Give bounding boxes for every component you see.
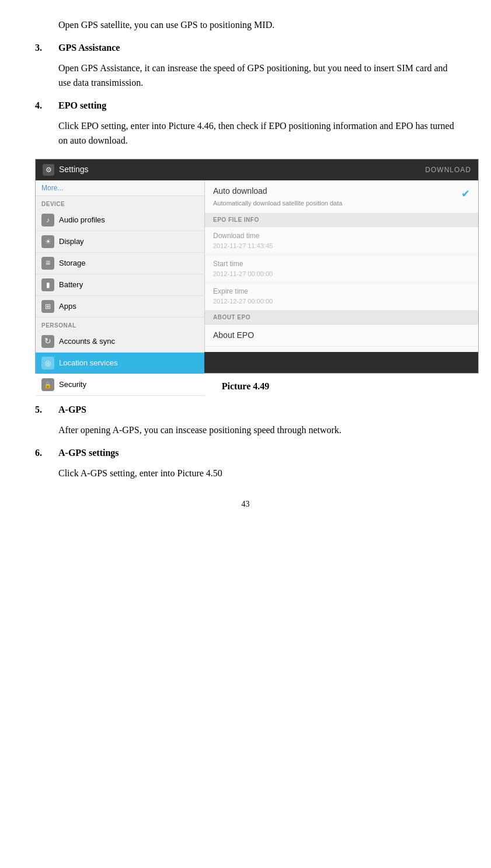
start-time-value: 2012-11-27 00:00:00 bbox=[213, 269, 470, 279]
settings-sidebar: More... DEVICE Audio profiles Display St… bbox=[36, 180, 205, 352]
security-icon bbox=[41, 378, 54, 391]
sidebar-item-battery[interactable]: Battery bbox=[36, 274, 204, 296]
about-epo-row[interactable]: About EPO bbox=[205, 325, 478, 347]
right-panel: Auto download Automatically download sat… bbox=[205, 180, 478, 352]
audio-profiles-icon bbox=[41, 214, 54, 226]
display-icon bbox=[41, 235, 54, 248]
download-time-label: Download time bbox=[213, 231, 470, 241]
title-bar-left: ⚙ Settings bbox=[43, 163, 89, 176]
more-link[interactable]: More... bbox=[36, 180, 204, 196]
auto-download-checkmark: ✔ bbox=[461, 186, 470, 202]
sidebar-item-audio-label: Audio profiles bbox=[59, 214, 105, 226]
page-number: 43 bbox=[35, 498, 456, 510]
item-4-num: 4. bbox=[35, 99, 58, 113]
expire-time-label: Expire time bbox=[213, 286, 470, 297]
about-epo-main: About EPO bbox=[213, 329, 470, 341]
item-4-heading: 4. EPO setting bbox=[35, 99, 456, 113]
title-bar-title: Settings bbox=[59, 163, 89, 176]
sidebar-item-location[interactable]: Location services bbox=[36, 353, 204, 374]
download-time-row: Download time 2012-11-27 11:43:45 bbox=[205, 227, 478, 255]
auto-download-row[interactable]: Auto download Automatically download sat… bbox=[205, 180, 478, 214]
auto-download-subtitle: Automatically download satellite positio… bbox=[213, 198, 457, 208]
item-5-body: After opening A-GPS, you can inscease po… bbox=[58, 423, 456, 438]
download-label[interactable]: DOWNLOAD bbox=[425, 165, 471, 175]
item-3-body: Open GPS Assistance, it can insrease the… bbox=[58, 61, 456, 90]
item-6-body: Click A-GPS setting, enter into Picture … bbox=[58, 466, 456, 481]
battery-icon bbox=[41, 278, 54, 291]
auto-download-main: Auto download Automatically download sat… bbox=[213, 185, 457, 208]
sidebar-item-storage[interactable]: Storage bbox=[36, 253, 204, 274]
sidebar-item-apps-label: Apps bbox=[59, 301, 76, 312]
screenshot-body: More... DEVICE Audio profiles Display St… bbox=[36, 180, 478, 352]
item-3-num: 3. bbox=[35, 41, 58, 55]
item-5-label: A-GPS bbox=[58, 403, 86, 417]
item-4-label: EPO setting bbox=[58, 99, 106, 113]
about-epo-label: ABOUT EPO bbox=[205, 311, 478, 325]
item-5-heading: 5. A-GPS bbox=[35, 403, 456, 417]
item-3-heading: 3. GPS Assistance bbox=[35, 41, 456, 55]
download-time-value: 2012-11-27 11:43:45 bbox=[213, 241, 470, 251]
sidebar-item-audio-profiles[interactable]: Audio profiles bbox=[36, 210, 204, 231]
device-screenshot: ⚙ Settings DOWNLOAD More... DEVICE Audio… bbox=[35, 159, 479, 374]
sidebar-item-accounts-label: Accounts & sync bbox=[59, 336, 115, 347]
sidebar-item-storage-label: Storage bbox=[59, 257, 86, 269]
item-5-num: 5. bbox=[35, 403, 58, 417]
item-4-body: Click EPO setting, enter into Picture 4.… bbox=[58, 118, 456, 148]
personal-section-label: PERSONAL bbox=[36, 318, 204, 331]
device-section-label: DEVICE bbox=[36, 196, 204, 210]
sidebar-item-security-label: Security bbox=[59, 379, 86, 391]
sidebar-item-display[interactable]: Display bbox=[36, 231, 204, 253]
intro-text: Open GPS satellite, you can use GPS to p… bbox=[58, 18, 456, 33]
sidebar-item-apps[interactable]: Apps bbox=[36, 296, 204, 318]
apps-icon bbox=[41, 300, 54, 313]
epo-file-info-label: EPO FILE INFO bbox=[205, 213, 478, 227]
title-bar: ⚙ Settings DOWNLOAD bbox=[36, 159, 478, 180]
start-time-label: Start time bbox=[213, 259, 470, 269]
expire-time-value: 2012-12-27 00:00:00 bbox=[213, 297, 470, 306]
sidebar-item-display-label: Display bbox=[59, 236, 84, 247]
item-6-num: 6. bbox=[35, 446, 58, 460]
about-epo-title: About EPO bbox=[213, 329, 470, 341]
sidebar-item-location-label: Location services bbox=[59, 357, 117, 369]
item-3-label: GPS Assistance bbox=[58, 41, 120, 55]
item-6-label: A-GPS settings bbox=[58, 446, 119, 460]
accounts-icon bbox=[41, 335, 54, 348]
item-6-heading: 6. A-GPS settings bbox=[35, 446, 456, 460]
start-time-row: Start time 2012-11-27 00:00:00 bbox=[205, 255, 478, 283]
auto-download-title: Auto download bbox=[213, 185, 457, 197]
sidebar-item-security[interactable]: Security bbox=[36, 374, 204, 396]
location-icon bbox=[41, 357, 54, 369]
sidebar-item-accounts[interactable]: Accounts & sync bbox=[36, 331, 204, 353]
settings-icon: ⚙ bbox=[43, 164, 54, 176]
storage-icon bbox=[41, 257, 54, 270]
sidebar-item-battery-label: Battery bbox=[59, 279, 83, 291]
expire-time-row: Expire time 2012-12-27 00:00:00 bbox=[205, 283, 478, 311]
